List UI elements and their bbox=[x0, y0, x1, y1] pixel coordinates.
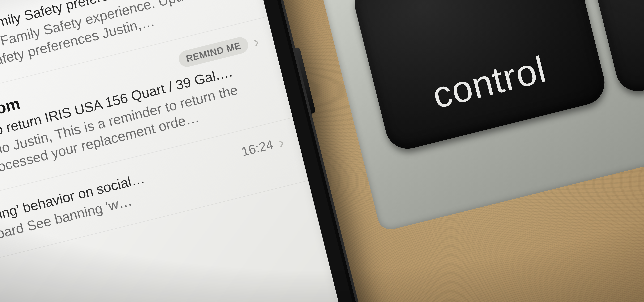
mail-time: 16:24 bbox=[240, 137, 275, 159]
chevron-right-icon: › bbox=[276, 134, 286, 150]
mail-list[interactable]: REMIND ME › Family Safety Update your Fa… bbox=[0, 0, 308, 272]
chevron-right-icon: › bbox=[252, 33, 261, 50]
